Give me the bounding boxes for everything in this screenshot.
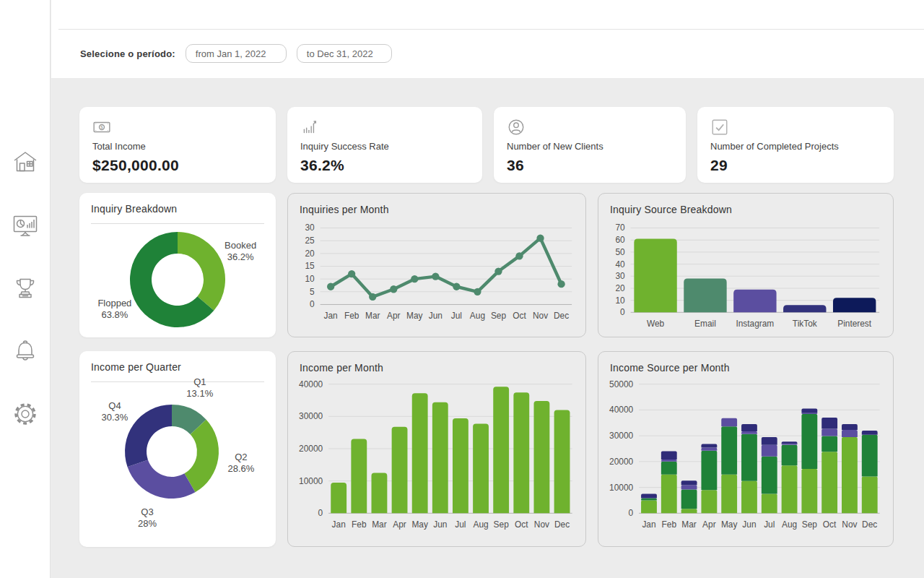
money-bill-icon: $	[92, 118, 263, 137]
svg-text:0: 0	[310, 299, 315, 309]
kpi-value: $250,000.00	[92, 157, 263, 174]
svg-text:36.2%: 36.2%	[227, 251, 254, 262]
svg-text:30: 30	[615, 271, 625, 281]
income-per-month-bar-chart: 010000200003000040000JanFebMarAprMayJunJ…	[288, 352, 585, 546]
svg-text:60: 60	[615, 235, 625, 245]
top-bar: Selecione o período:	[51, 0, 924, 78]
kpi-card-completed-projects: Number of Completed Projects 29	[697, 107, 894, 183]
svg-text:Q1: Q1	[193, 376, 206, 387]
svg-text:Q4: Q4	[108, 400, 121, 411]
sidebar-item-notifications[interactable]	[11, 337, 40, 366]
kpi-label: Inquiry Success Rate	[300, 141, 469, 152]
svg-text:30: 30	[305, 223, 315, 233]
svg-text:Aug: Aug	[470, 311, 485, 321]
svg-text:28%: 28%	[138, 518, 157, 529]
svg-text:Jun: Jun	[742, 519, 756, 530]
svg-text:Nov: Nov	[534, 519, 549, 530]
income-source-per-month-card: Income Source per Month 0100002000030000…	[598, 351, 894, 547]
svg-text:Jul: Jul	[451, 311, 462, 321]
svg-text:Apr: Apr	[387, 311, 401, 321]
svg-text:0: 0	[318, 508, 323, 518]
svg-text:10000: 10000	[299, 476, 323, 486]
svg-text:50: 50	[615, 247, 625, 257]
svg-text:20: 20	[615, 283, 625, 293]
sidebar-item-home[interactable]	[11, 148, 40, 177]
svg-text:Sep: Sep	[491, 311, 507, 321]
growth-chart-icon	[300, 118, 469, 137]
svg-text:0: 0	[629, 508, 634, 518]
svg-text:Jan: Jan	[642, 519, 655, 530]
sidebar-item-dashboard[interactable]	[11, 211, 40, 240]
svg-text:Nov: Nov	[842, 519, 857, 530]
svg-text:Instagram: Instagram	[736, 319, 774, 329]
svg-text:Jul: Jul	[455, 519, 466, 530]
dashboard-presentation-icon	[11, 211, 40, 240]
svg-text:Apr: Apr	[702, 519, 716, 530]
svg-text:Dec: Dec	[862, 519, 877, 530]
svg-text:Web: Web	[647, 319, 665, 329]
date-to-input[interactable]	[297, 44, 392, 63]
svg-text:Sep: Sep	[494, 519, 510, 530]
svg-text:May: May	[411, 519, 428, 530]
sidebar-item-achievements[interactable]	[11, 274, 40, 303]
income-per-month-card: Income per Month 010000200003000040000Ja…	[287, 351, 586, 547]
svg-text:Feb: Feb	[352, 519, 367, 530]
inquiry-breakdown-card: Inquiry Breakdown Booked36.2%Flopped63.8…	[79, 193, 276, 337]
inquiry-source-breakdown-card: Inquiry Source Breakdown 010203040506070…	[598, 193, 894, 337]
svg-text:Mar: Mar	[365, 311, 380, 321]
trophy-icon	[11, 274, 40, 303]
charts-row-2: Income per Quarter Q113.1%Q228.6%Q328%Q4…	[79, 351, 895, 547]
person-circle-icon	[507, 118, 673, 137]
kpi-label: Number of New Clients	[507, 141, 673, 152]
sidebar	[0, 0, 51, 578]
svg-text:Booked: Booked	[225, 240, 256, 251]
kpi-value: 36	[507, 157, 673, 174]
svg-text:May: May	[721, 519, 738, 530]
svg-text:Nov: Nov	[533, 311, 548, 321]
date-from-input[interactable]	[186, 44, 287, 63]
svg-text:30000: 30000	[299, 411, 323, 421]
svg-text:Email: Email	[694, 319, 716, 329]
kpi-label: Number of Completed Projects	[710, 141, 881, 152]
income-per-quarter-card: Income per Quarter Q113.1%Q228.6%Q328%Q4…	[79, 351, 276, 547]
svg-text:10: 10	[615, 296, 625, 306]
inquiry-source-bar-chart: 010203040506070WebEmailInstagramTikTokPi…	[598, 194, 893, 337]
svg-text:Aug: Aug	[782, 519, 797, 530]
svg-text:20000: 20000	[609, 457, 633, 467]
svg-text:Aug: Aug	[473, 519, 488, 530]
charts-row-1: Inquiry Breakdown Booked36.2%Flopped63.8…	[79, 193, 895, 337]
svg-text:Feb: Feb	[344, 311, 359, 321]
dashboard-content: $ Total Income $250,000.00 Inquiry Succe…	[51, 78, 924, 578]
kpi-card-inquiry-success-rate: Inquiry Success Rate 36.2%	[287, 107, 482, 183]
svg-text:0: 0	[620, 307, 625, 317]
svg-text:Sep: Sep	[802, 519, 818, 530]
svg-text:Oct: Oct	[513, 311, 526, 321]
income-source-stacked-bar-chart: 01000020000300004000050000JanFebMarAprMa…	[598, 352, 893, 546]
svg-text:Mar: Mar	[372, 519, 387, 530]
svg-text:70: 70	[615, 223, 625, 233]
svg-text:Jan: Jan	[332, 519, 346, 530]
inquiry-breakdown-donut-chart: Booked36.2%Flopped63.8%	[79, 193, 276, 337]
svg-text:May: May	[406, 311, 422, 321]
svg-text:Q3: Q3	[141, 506, 153, 517]
bell-icon	[11, 337, 40, 366]
svg-text:40000: 40000	[609, 405, 633, 415]
svg-text:20000: 20000	[299, 444, 323, 454]
inquiries-per-month-card: Inquiries per Month 051015202530JanFebMa…	[287, 193, 586, 337]
svg-text:40000: 40000	[299, 379, 323, 389]
svg-text:15: 15	[305, 261, 315, 271]
sidebar-item-settings[interactable]	[11, 400, 40, 428]
svg-text:TikTok: TikTok	[793, 319, 817, 329]
svg-text:40: 40	[615, 259, 625, 269]
svg-text:Pinterest: Pinterest	[837, 319, 872, 329]
svg-text:Oct: Oct	[823, 519, 837, 530]
gear-icon	[11, 400, 40, 428]
svg-text:Dec: Dec	[554, 311, 569, 321]
svg-text:Mar: Mar	[681, 519, 697, 530]
svg-text:63.8%: 63.8%	[101, 309, 128, 320]
svg-text:20: 20	[305, 249, 315, 259]
checkbox-icon	[710, 118, 881, 137]
kpi-label: Total Income	[92, 141, 263, 152]
svg-text:Dec: Dec	[554, 519, 570, 530]
kpi-row: $ Total Income $250,000.00 Inquiry Succe…	[79, 107, 895, 183]
